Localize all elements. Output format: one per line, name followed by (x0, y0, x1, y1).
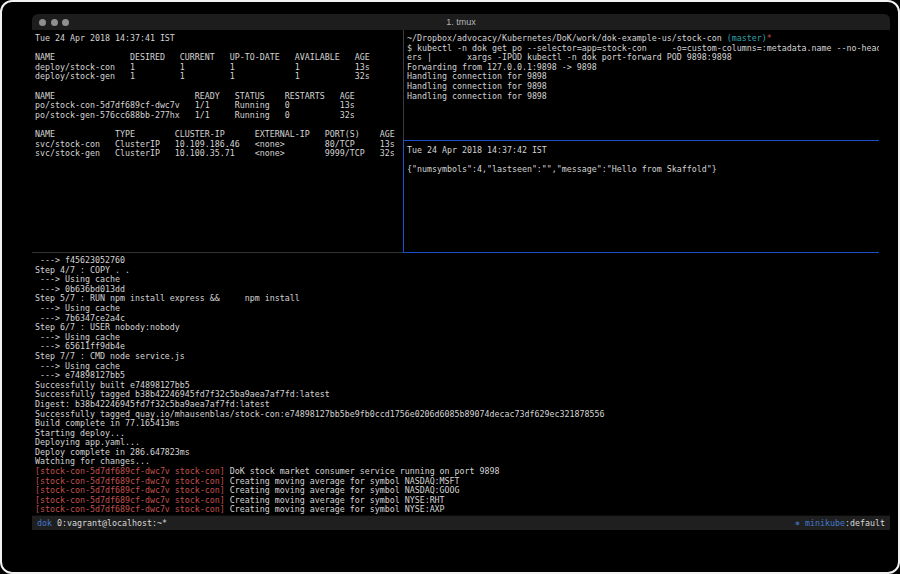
terminal-line: Step 4/7 : COPY . . (35, 266, 879, 276)
terminal-line: Step 5/7 : RUN npm install express && np… (35, 294, 879, 304)
pod-log-prefix: [stock-con-5d7df689cf-dwc7v stock-con] (35, 476, 225, 486)
pane-divider-vertical-inactive[interactable] (403, 30, 404, 140)
terminal-line: Handling connection for 9898 (407, 92, 879, 102)
pod-log-message: Creating moving average for symbol NASDA… (225, 485, 460, 495)
terminal-line: ---> f45623052760 (35, 256, 879, 266)
tmux-window-label[interactable]: 0:vagrant@localhost:~* (52, 518, 167, 528)
terminal-line: ---> Using cache (35, 333, 879, 343)
curl-response-output: Tue 24 Apr 2018 14:37:42 IST {"numsymbol… (407, 146, 879, 175)
terminal-line: Step 7/7 : CMD node service.js (35, 352, 879, 362)
terminal-line: [stock-con-5d7df689cf-dwc7v stock-con] C… (35, 505, 879, 515)
pod-log-message: Creating moving average for symbol NYSE:… (225, 504, 445, 514)
pane-port-forward[interactable]: ~/Dropbox/advocacy/Kubernetes/DoK/work/d… (404, 30, 879, 140)
pane-divider-horizontal-bottom-left[interactable] (32, 252, 403, 253)
pod-log-message: Creating moving average for symbol NASDA… (225, 476, 460, 486)
minimize-button[interactable] (51, 19, 58, 26)
terminal-line: Tue 24 Apr 2018 14:37:42 IST (407, 146, 879, 156)
pod-log-prefix: [stock-con-5d7df689cf-dwc7v stock-con] (35, 495, 225, 505)
screenshot-frame: 1. tmux Tue 24 Apr 2018 14:37:41 IST NAM… (0, 0, 900, 574)
pod-log-output: [stock-con-5d7df689cf-dwc7v stock-con] D… (35, 467, 879, 515)
terminal-line: Starting deploy... (35, 429, 879, 439)
tmux-session-name[interactable]: dok (37, 518, 52, 528)
terminal-line: ---> Using cache (35, 275, 879, 285)
terminal-line: Build complete in 77.165413ms (35, 419, 879, 429)
tmux-terminal: Tue 24 Apr 2018 14:37:41 IST NAME DESIRE… (32, 30, 890, 515)
window-titlebar[interactable]: 1. tmux (32, 14, 890, 30)
terminal-line: ---> Using cache (35, 304, 879, 314)
terminal-line: deploy/stock-gen 1 1 1 1 32s (35, 72, 403, 82)
terminal-line: Tue 24 Apr 2018 14:37:41 IST (35, 34, 403, 44)
close-button[interactable] (39, 19, 46, 26)
terminal-line: ---> Using cache (35, 362, 879, 372)
tmux-status-bar: dok 0:vagrant@localhost:~* ⎈ minikube:de… (32, 515, 890, 530)
window-title: 1. tmux (32, 14, 890, 30)
terminal-line: svc/stock-gen ClusterIP 10.100.35.71 <no… (35, 149, 403, 159)
pod-log-prefix: [stock-con-5d7df689cf-dwc7v stock-con] (35, 485, 225, 495)
pane-divider-horizontal-right[interactable] (404, 140, 879, 141)
docker-build-output: ---> f45623052760Step 4/7 : COPY . . ---… (35, 256, 879, 467)
terminal-line: {"numsymbols":4,"lastseen":"","message":… (407, 165, 879, 175)
maximize-button[interactable] (62, 19, 69, 26)
port-forward-output: $ kubectl -n dok get po --selector=app=s… (407, 44, 879, 102)
pod-log-prefix: [stock-con-5d7df689cf-dwc7v stock-con] (35, 466, 225, 476)
terminal-line: Step 6/7 : USER nobody:nobody (35, 323, 879, 333)
traffic-light-buttons (39, 19, 69, 26)
pod-log-prefix: [stock-con-5d7df689cf-dwc7v stock-con] (35, 504, 225, 514)
kube-helm-icon: ⎈ (795, 518, 805, 528)
pod-log-message: Creating moving average for symbol NYSE:… (225, 495, 445, 505)
pane-divider-vertical-active[interactable] (403, 140, 404, 252)
status-right: ⎈ minikube:default (795, 516, 885, 531)
pane-kubectl-resources[interactable]: Tue 24 Apr 2018 14:37:41 IST NAME DESIRE… (32, 30, 403, 252)
pane-skaffold-build[interactable]: ---> f45623052760Step 4/7 : COPY . . ---… (32, 253, 879, 515)
git-dirty-flag: * (767, 33, 772, 43)
terminal-window: 1. tmux Tue 24 Apr 2018 14:37:41 IST NAM… (32, 14, 890, 530)
pane-divider-horizontal-bottom-right[interactable] (403, 252, 879, 253)
pane-curl-response[interactable]: Tue 24 Apr 2018 14:37:42 IST {"numsymbol… (404, 141, 879, 252)
kube-namespace: :default (845, 518, 885, 528)
kubectl-output: Tue 24 Apr 2018 14:37:41 IST NAME DESIRE… (35, 34, 403, 159)
cwd-path: ~/Dropbox/advocacy/Kubernetes/DoK/work/d… (407, 33, 727, 43)
git-branch-label: (master) (727, 33, 767, 43)
status-left: dok 0:vagrant@localhost:~* (37, 516, 167, 531)
terminal-line: Deploy complete in 286.647823ms (35, 448, 879, 458)
terminal-line: po/stock-gen-576cc688bb-277hx 1/1 Runnin… (35, 111, 403, 121)
kube-context: minikube (805, 518, 845, 528)
pod-log-message: DoK stock market consumer service runnin… (225, 466, 500, 476)
